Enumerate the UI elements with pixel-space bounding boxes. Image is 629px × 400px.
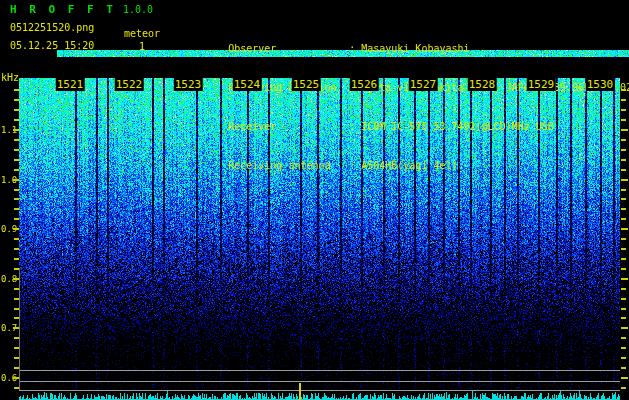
freq-tick-minor — [621, 357, 626, 359]
freq-tick-minor — [14, 387, 19, 389]
time-label: 1529 — [527, 78, 556, 91]
info-label: Receiving antenna — [228, 159, 349, 172]
freq-tick-minor — [621, 119, 626, 121]
freq-tick-minor — [14, 298, 19, 300]
info-row-receiver: Receiver:ICOM IC-575 53.7492(@LCD)MHz US… — [180, 107, 629, 120]
app-version: 1.0.0 — [123, 4, 153, 16]
info-value: ICOM IC-575 53.7492(@LCD)MHz USB — [361, 121, 554, 132]
freq-tick-minor — [14, 89, 19, 91]
filename-label: 0512251520.png — [10, 22, 94, 34]
freq-tick-minor — [14, 288, 19, 290]
datetime-label: 05.12.25 15:20 — [10, 40, 94, 52]
freq-tick-major — [621, 129, 628, 131]
freq-tick-major — [621, 327, 628, 329]
info-label: Receiver — [228, 120, 349, 133]
freq-tick-minor — [14, 268, 19, 270]
freq-tick-minor — [621, 149, 626, 151]
freq-tick-minor — [621, 337, 626, 339]
info-row-observer: Observer:Masayuki Kobayashi — [180, 29, 629, 42]
freq-tick-minor — [621, 189, 626, 191]
freq-tick-minor — [621, 109, 626, 111]
freq-tick-minor — [621, 367, 626, 369]
freq-tick-minor — [14, 159, 19, 161]
freq-tick-minor — [14, 169, 19, 171]
time-label: 1522 — [115, 78, 144, 91]
freq-tick-minor — [14, 347, 19, 349]
station-info: Observer:Masayuki Kobayashi Receiving Lo… — [180, 3, 629, 185]
freq-tick-minor — [621, 198, 626, 200]
freq-tick-minor — [14, 367, 19, 369]
mode-label: meteor — [124, 28, 160, 40]
freq-tick-major — [13, 228, 19, 230]
time-marker — [299, 383, 301, 400]
freq-tick-minor — [621, 159, 626, 161]
info-row-antenna: Receiving antenna:A504HB(yagi 4el) — [180, 146, 629, 159]
freq-tick-major — [13, 278, 19, 280]
freq-tick-minor — [14, 99, 19, 101]
freq-tick-minor — [14, 317, 19, 319]
freq-tick-minor — [14, 139, 19, 141]
freq-tick-minor — [14, 357, 19, 359]
freq-tick-minor — [14, 248, 19, 250]
freq-tick-major — [13, 179, 19, 181]
info-label: Observer — [228, 42, 349, 55]
freq-tick-major — [621, 228, 628, 230]
hrofft-screen: H R O F F T 1.0.0 0512251520.png 05.12.2… — [0, 0, 629, 400]
freq-tick-minor — [621, 218, 626, 220]
freq-tick-minor — [14, 208, 19, 210]
time-label: 1524 — [233, 78, 262, 91]
freq-tick-major — [621, 278, 628, 280]
freq-tick-minor — [14, 109, 19, 111]
time-label: 1521 — [56, 78, 85, 91]
info-separator: : — [349, 159, 361, 172]
freq-tick-minor — [14, 198, 19, 200]
app-title: H R O F F T — [10, 3, 116, 16]
time-label: 1526 — [350, 78, 379, 91]
freq-tick-minor — [621, 268, 626, 270]
freq-tick-minor — [621, 139, 626, 141]
time-label: 1523 — [174, 78, 203, 91]
meteor-count: 1 — [139, 41, 145, 53]
info-value: A504HB(yagi 4el) — [361, 160, 457, 171]
freq-tick-minor — [621, 99, 626, 101]
freq-tick-major — [13, 129, 19, 131]
freq-tick-minor — [621, 258, 626, 260]
time-label: 1530 — [586, 78, 615, 91]
freq-tick-minor — [14, 337, 19, 339]
freq-tick-minor — [621, 89, 626, 91]
info-separator: : — [349, 42, 361, 55]
frequency-unit-label: kHz — [1, 72, 19, 83]
freq-tick-minor — [621, 238, 626, 240]
freq-tick-minor — [621, 298, 626, 300]
freq-tick-minor — [621, 288, 626, 290]
freq-tick-minor — [621, 208, 626, 210]
freq-tick-minor — [14, 218, 19, 220]
freq-tick-major — [621, 377, 628, 379]
time-label: 1528 — [468, 78, 497, 91]
freq-tick-minor — [621, 169, 626, 171]
freq-tick-minor — [14, 149, 19, 151]
freq-tick-minor — [14, 189, 19, 191]
freq-tick-minor — [621, 248, 626, 250]
freq-tick-major — [13, 327, 19, 329]
freq-tick-minor — [14, 308, 19, 310]
freq-tick-minor — [14, 258, 19, 260]
freq-tick-minor — [621, 387, 626, 389]
freq-tick-minor — [14, 238, 19, 240]
info-separator: : — [349, 120, 361, 133]
freq-tick-major — [13, 377, 19, 379]
freq-tick-minor — [14, 119, 19, 121]
freq-tick-major — [621, 179, 628, 181]
freq-tick-minor — [621, 347, 626, 349]
time-label: 1525 — [292, 78, 321, 91]
freq-tick-minor — [621, 317, 626, 319]
freq-tick-minor — [621, 308, 626, 310]
time-label: 1527 — [409, 78, 438, 91]
info-value: Masayuki Kobayashi — [361, 43, 469, 54]
